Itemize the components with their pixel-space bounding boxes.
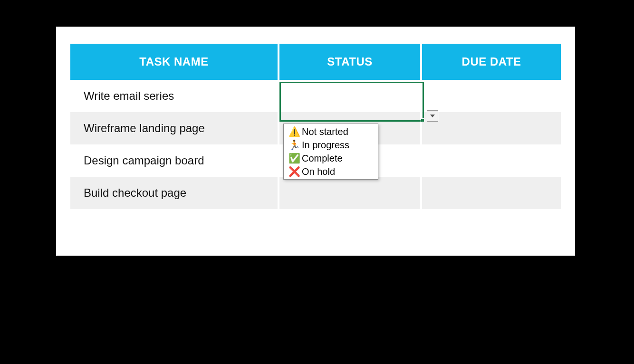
- dropdown-option-label: Complete: [302, 153, 343, 164]
- dropdown-option-on-hold[interactable]: ❌ On hold: [284, 165, 378, 178]
- spreadsheet-panel: TASK NAME STATUS DUE DATE Write email se…: [56, 27, 575, 256]
- cell-task[interactable]: Write email series: [70, 80, 279, 112]
- cell-due[interactable]: [422, 209, 561, 232]
- table-row: Build checkout page: [70, 177, 561, 209]
- cell-due[interactable]: [422, 112, 561, 144]
- runner-icon: 🏃: [288, 139, 299, 151]
- cell-due[interactable]: [422, 177, 561, 209]
- cell-status[interactable]: [279, 177, 422, 209]
- cell-due[interactable]: [422, 80, 561, 112]
- column-header-due[interactable]: DUE DATE: [422, 44, 561, 80]
- dropdown-option-label: Not started: [302, 126, 348, 137]
- check-icon: ✅: [288, 153, 299, 164]
- task-table: TASK NAME STATUS DUE DATE Write email se…: [70, 44, 561, 232]
- cell-task[interactable]: Design campaign board: [70, 144, 279, 177]
- column-header-status[interactable]: STATUS: [279, 44, 422, 80]
- cell-task[interactable]: [70, 209, 279, 232]
- cell-due[interactable]: [422, 144, 561, 177]
- dropdown-trigger[interactable]: [427, 110, 438, 122]
- table-row: Write email series: [70, 80, 561, 112]
- warning-icon: ⚠️: [288, 126, 299, 137]
- table-header-row: TASK NAME STATUS DUE DATE: [70, 44, 561, 80]
- column-header-task[interactable]: TASK NAME: [70, 44, 279, 80]
- cell-task[interactable]: Build checkout page: [70, 177, 279, 209]
- dropdown-option-complete[interactable]: ✅ Complete: [284, 152, 378, 165]
- cell-status[interactable]: [279, 80, 422, 112]
- cell-status[interactable]: [279, 209, 422, 232]
- cross-icon: ❌: [288, 166, 299, 177]
- svg-marker-0: [430, 115, 435, 117]
- dropdown-option-label: In progress: [302, 140, 349, 151]
- cell-task[interactable]: Wireframe landing page: [70, 112, 279, 144]
- status-dropdown: ⚠️ Not started 🏃 In progress ✅ Complete …: [283, 124, 378, 180]
- dropdown-option-in-progress[interactable]: 🏃 In progress: [284, 138, 378, 152]
- table-row-empty: [70, 209, 561, 232]
- dropdown-option-label: On hold: [302, 166, 335, 177]
- dropdown-option-not-started[interactable]: ⚠️ Not started: [284, 125, 378, 138]
- chevron-down-icon: [430, 114, 435, 118]
